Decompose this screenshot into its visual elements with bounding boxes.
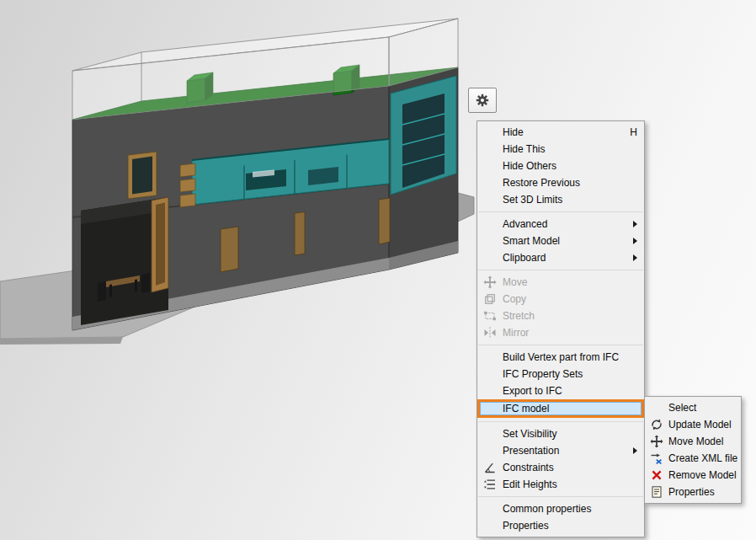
right-end-glass [391, 76, 456, 195]
menu-item-move: Move [477, 274, 644, 291]
menu-item-label: IFC model [503, 403, 549, 414]
menu-item-label: Stretch [503, 310, 535, 322]
menu-item-label: Hide Others [503, 160, 556, 172]
menu-item-mirror: Mirror [477, 324, 644, 341]
move-icon [483, 275, 497, 289]
menu-item-ifc-model[interactable]: IFC model [477, 399, 644, 418]
menu-item-label: Move Model [668, 436, 723, 447]
submenu-item-select[interactable]: Select [645, 399, 741, 416]
submenu-item-create-xml-file[interactable]: Create XML file [645, 450, 741, 467]
menu-item-set-3d-limits[interactable]: Set 3D Limits [477, 191, 644, 208]
menu-item-label: Properties [668, 486, 715, 498]
menu-item-properties[interactable]: Properties [477, 517, 644, 534]
submenu-arrow-icon [633, 221, 637, 227]
menu-item-label: Advanced [503, 218, 547, 230]
application-window: Hide H Hide This Hide Others Restore Pre… [0, 0, 756, 540]
menu-item-label: Edit Heights [503, 479, 557, 490]
menu-item-edit-heights[interactable]: Edit Heights [477, 476, 644, 493]
menu-item-common-properties[interactable]: Common properties [477, 500, 644, 517]
menu-item-ifc-property-sets[interactable]: IFC Property Sets [477, 366, 644, 382]
menu-item-label: Remove Model [668, 469, 737, 481]
menu-item-label: Build Vertex part from IFC [503, 351, 619, 363]
menu-item-build-vertex-part-from-ifc[interactable]: Build Vertex part from IFC [477, 349, 644, 366]
menu-item-export-to-ifc[interactable]: Export to IFC [477, 382, 644, 399]
menu-separator [478, 211, 643, 212]
submenu-item-move-model[interactable]: Move Model [645, 433, 741, 450]
mirror-icon [483, 326, 497, 340]
menu-item-advanced[interactable]: Advanced [477, 216, 644, 233]
menu-item-label: Export to IFC [503, 385, 562, 397]
menu-item-shortcut: H [620, 126, 637, 138]
submenu-item-update-model[interactable]: Update Model [645, 416, 741, 433]
constraints-icon [483, 461, 497, 474]
context-toolbar-button[interactable] [468, 88, 497, 113]
ifc-model-submenu: Select Update Model Move Model Create XM… [644, 396, 742, 504]
menu-item-label: Mirror [503, 327, 529, 339]
menu-item-label: Move [503, 276, 527, 288]
menu-item-hide[interactable]: Hide H [477, 124, 644, 141]
move-model-icon [650, 435, 663, 448]
menu-item-label: Presentation [503, 445, 559, 457]
edit-heights-icon [483, 478, 497, 491]
menu-item-clipboard[interactable]: Clipboard [477, 249, 644, 266]
menu-item-label: Hide [503, 126, 524, 138]
menu-separator [478, 496, 643, 497]
menu-item-label: Copy [503, 293, 526, 305]
menu-item-label: Constraints [503, 462, 554, 473]
menu-item-label: Set Visibility [503, 428, 556, 440]
menu-item-hide-others[interactable]: Hide Others [477, 158, 644, 174]
menu-item-label: Hide This [503, 143, 545, 155]
gear-icon [476, 94, 489, 107]
submenu-arrow-icon [633, 254, 637, 261]
menu-item-label: Update Model [668, 419, 732, 430]
menu-item-label: Common properties [503, 503, 591, 515]
menu-item-label: Restore Previous [503, 177, 580, 189]
submenu-item-remove-model[interactable]: Remove Model [645, 467, 741, 484]
menu-item-label: Create XML file [668, 452, 737, 464]
menu-item-set-visibility[interactable]: Set Visibility [477, 425, 644, 442]
menu-item-label: Clipboard [503, 252, 546, 264]
properties-icon [650, 485, 663, 499]
menu-item-label: Select [668, 402, 696, 414]
menu-item-presentation[interactable]: Presentation [477, 442, 644, 459]
menu-item-smart-model[interactable]: Smart Model [477, 233, 644, 249]
menu-separator [478, 270, 643, 270]
right-slab [458, 193, 474, 222]
stretch-icon [483, 309, 497, 323]
menu-separator [478, 345, 643, 345]
remove-model-icon [650, 468, 663, 482]
context-menu: Hide H Hide This Hide Others Restore Pre… [476, 120, 645, 537]
menu-item-label: Properties [503, 520, 549, 532]
menu-item-constraints[interactable]: Constraints [477, 459, 644, 476]
copy-icon [483, 292, 497, 306]
building-model-illustration [0, 0, 505, 354]
menu-separator [478, 421, 643, 422]
create-xml-file-icon [650, 452, 663, 465]
submenu-arrow-icon [633, 447, 637, 454]
menu-item-hide-this[interactable]: Hide This [477, 141, 644, 158]
menu-item-label: Set 3D Limits [503, 194, 562, 206]
menu-item-restore-previous[interactable]: Restore Previous [477, 174, 644, 191]
menu-item-label: IFC Property Sets [503, 368, 583, 380]
menu-item-stretch: Stretch [477, 307, 644, 324]
menu-item-copy: Copy [477, 291, 644, 307]
cutaway-interior [81, 197, 168, 325]
submenu-arrow-icon [633, 238, 637, 244]
menu-item-label: Smart Model [503, 235, 560, 247]
update-model-icon [650, 418, 663, 431]
submenu-item-properties[interactable]: Properties [645, 484, 741, 500]
